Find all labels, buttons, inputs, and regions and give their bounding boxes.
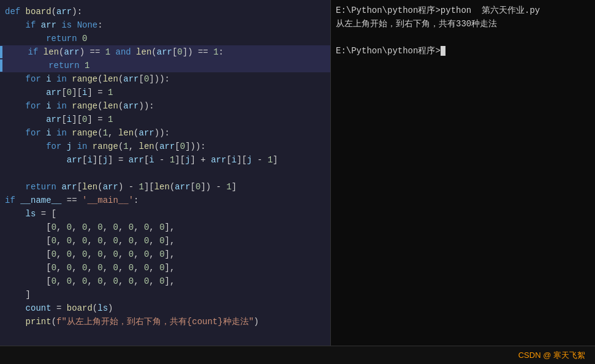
code-line-23: count = board(ls) [0, 301, 330, 315]
code-line-8: for i in range(len(arr)): [0, 99, 330, 113]
code-line-19: [0, 0, 0, 0, 0, 0, 0, 0], [0, 248, 330, 261]
terminal-line-2: 从左上角开始，到右下角，共有330种走法 [336, 17, 590, 31]
terminal-line-1: E:\Python\python程序>python 第六天作业.py [336, 4, 590, 17]
code-line-24: print(f"从左上角开始，到右下角，共有{count}种走法") [0, 315, 330, 328]
terminal-line-4: E:\Python\python程序> [336, 44, 590, 58]
code-line-2: if arr is None: [0, 18, 330, 32]
code-line-22: ] [0, 288, 330, 301]
code-line-11: for j in range(1, len(arr[0])): [0, 140, 330, 153]
code-line-17: [0, 0, 0, 0, 0, 0, 0, 0], [0, 221, 330, 234]
code-line-16: ls = [ [0, 207, 330, 221]
code-line-6: for i in range(len(arr[0])): [0, 72, 330, 86]
code-line-21: [0, 0, 0, 0, 0, 0, 0, 0], [0, 275, 330, 288]
watermark-prefix: CSDN @ [518, 351, 551, 360]
terminal-panel: E:\Python\python程序>python 第六天作业.py 从左上角开… [331, 0, 595, 346]
code-line-18: [0, 0, 0, 0, 0, 0, 0, 0], [0, 234, 330, 248]
code-line-5: return 1 [0, 59, 330, 72]
code-line-12: arr[i][j] = arr[i - 1][j] + arr[i][j - 1… [0, 153, 330, 167]
code-line-14: return arr[len(arr) - 1][len(arr[0]) - 1… [0, 180, 330, 194]
code-line-15: if __name__ == '__main__': [0, 194, 330, 207]
code-line-1: def board(arr): [0, 5, 330, 18]
code-line-10: for i in range(1, len(arr)): [0, 126, 330, 140]
code-line-3: return 0 [0, 32, 330, 45]
code-line-blank [0, 167, 330, 180]
watermark-name: 寒天飞絮 [553, 351, 585, 360]
code-line-4: if len(arr) == 1 and len(arr[0]) == 1: [0, 45, 330, 59]
main-container: def board(arr): if arr is None: return 0… [0, 0, 595, 346]
code-line-9: arr[i][0] = 1 [0, 113, 330, 126]
watermark: CSDN @ 寒天飞絮 [518, 350, 585, 361]
terminal-line-3 [336, 31, 590, 44]
bottom-bar: CSDN @ 寒天飞絮 [0, 346, 595, 364]
code-line-20: [0, 0, 0, 0, 0, 0, 0, 0], [0, 261, 330, 275]
code-line-7: arr[0][i] = 1 [0, 86, 330, 99]
terminal-cursor [441, 46, 445, 56]
code-panel: def board(arr): if arr is None: return 0… [0, 0, 331, 346]
